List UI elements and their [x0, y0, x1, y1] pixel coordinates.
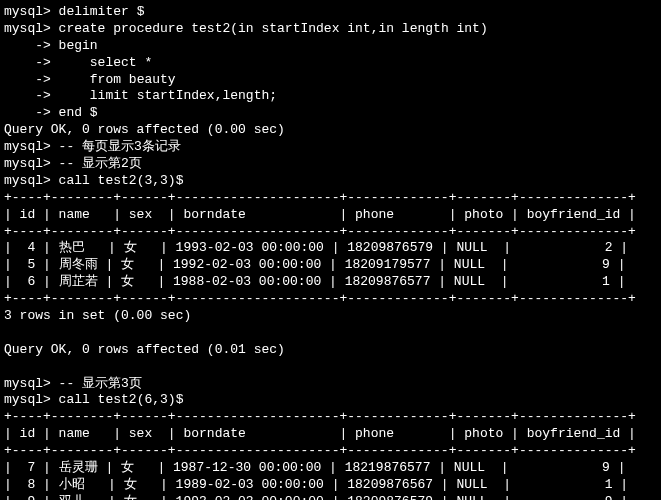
cmd-text: create procedure test2(in startIndex int…	[51, 21, 488, 36]
cmd-text: call test2(3,3)$	[51, 173, 184, 188]
table-row: | 8 | 小昭 | 女 | 1989-02-03 00:00:00 | 182…	[4, 477, 657, 494]
terminal-line: -> select *	[4, 55, 657, 72]
table-border: +----+--------+------+------------------…	[4, 190, 657, 207]
table-row: | 6 | 周芷若 | 女 | 1988-02-03 00:00:00 | 18…	[4, 274, 657, 291]
table-row: | 9 | 双儿 | 女 | 1993-02-03 00:00:00 | 182…	[4, 494, 657, 500]
prompt: mysql>	[4, 156, 51, 171]
table-header: | id | name | sex | borndate | phone | p…	[4, 207, 657, 224]
cmd-text: from beauty	[51, 72, 176, 87]
table-border: +----+--------+------+------------------…	[4, 409, 657, 426]
table-border: +----+--------+------+------------------…	[4, 291, 657, 308]
terminal-line: -> end $	[4, 105, 657, 122]
table-row: | 5 | 周冬雨 | 女 | 1992-02-03 00:00:00 | 18…	[4, 257, 657, 274]
table-border: +----+--------+------+------------------…	[4, 443, 657, 460]
cmd-text: end $	[51, 105, 98, 120]
blank-line	[4, 325, 657, 342]
status-line: Query OK, 0 rows affected (0.00 sec)	[4, 122, 657, 139]
terminal-line: -> begin	[4, 38, 657, 55]
status-line: 3 rows in set (0.00 sec)	[4, 308, 657, 325]
cmd-text: delimiter $	[51, 4, 145, 19]
cmd-text: begin	[51, 38, 98, 53]
terminal-line: -> from beauty	[4, 72, 657, 89]
terminal-line: mysql> call test2(6,3)$	[4, 392, 657, 409]
cmd-text: -- 显示第3页	[51, 376, 142, 391]
table-header: | id | name | sex | borndate | phone | p…	[4, 426, 657, 443]
terminal-line: mysql> delimiter $	[4, 4, 657, 21]
terminal-line: mysql> -- 显示第2页	[4, 156, 657, 173]
status-line: Query OK, 0 rows affected (0.01 sec)	[4, 342, 657, 359]
cont-prompt: ->	[4, 88, 51, 103]
cmd-text: select *	[51, 55, 152, 70]
terminal-line: mysql> call test2(3,3)$	[4, 173, 657, 190]
cmd-text: -- 每页显示3条记录	[51, 139, 181, 154]
cont-prompt: ->	[4, 105, 51, 120]
cmd-text: call test2(6,3)$	[51, 392, 184, 407]
cmd-text: -- 显示第2页	[51, 156, 142, 171]
terminal-line: mysql> -- 每页显示3条记录	[4, 139, 657, 156]
cont-prompt: ->	[4, 72, 51, 87]
table-border: +----+--------+------+------------------…	[4, 224, 657, 241]
prompt: mysql>	[4, 376, 51, 391]
cont-prompt: ->	[4, 55, 51, 70]
blank-line	[4, 359, 657, 376]
terminal-line: mysql> -- 显示第3页	[4, 376, 657, 393]
prompt: mysql>	[4, 4, 51, 19]
cmd-text: limit startIndex,length;	[51, 88, 277, 103]
terminal-line: -> limit startIndex,length;	[4, 88, 657, 105]
prompt: mysql>	[4, 139, 51, 154]
prompt: mysql>	[4, 392, 51, 407]
table-row: | 4 | 热巴 | 女 | 1993-02-03 00:00:00 | 182…	[4, 240, 657, 257]
prompt: mysql>	[4, 173, 51, 188]
cont-prompt: ->	[4, 38, 51, 53]
table-row: | 7 | 岳灵珊 | 女 | 1987-12-30 00:00:00 | 18…	[4, 460, 657, 477]
prompt: mysql>	[4, 21, 51, 36]
terminal-line: mysql> create procedure test2(in startIn…	[4, 21, 657, 38]
